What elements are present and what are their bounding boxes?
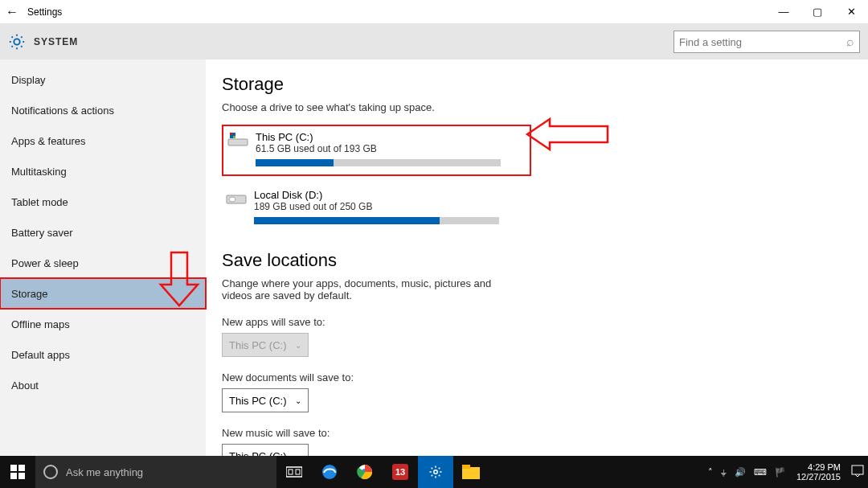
- maximize-button[interactable]: ▢: [800, 0, 834, 24]
- minimize-button[interactable]: —: [767, 0, 800, 24]
- taskbar-app-settings[interactable]: [418, 456, 453, 488]
- save-location-label: New music will save to:: [222, 427, 855, 439]
- drive-name: Local Disk (D:): [254, 189, 372, 201]
- drive-name: This PC (C:): [256, 131, 377, 143]
- svg-rect-2: [230, 133, 232, 135]
- select-value: This PC (C:): [229, 339, 287, 351]
- svg-rect-9: [18, 465, 25, 471]
- save-locations-subheading: Change where your apps, documents, music…: [222, 277, 511, 301]
- svg-rect-3: [233, 136, 235, 138]
- search-icon: ⌕: [846, 35, 854, 49]
- tray-network-icon[interactable]: ⏚: [717, 467, 731, 477]
- svg-text:13: 13: [395, 467, 405, 477]
- svg-rect-0: [228, 139, 248, 146]
- cortana-icon: [43, 465, 58, 479]
- drive-bar: [256, 159, 501, 166]
- save-location-label: New apps will save to:: [222, 316, 855, 328]
- close-button[interactable]: ✕: [834, 0, 868, 24]
- taskbar: Ask me anything 13 ˄ ⏚ 🔊 ⌨ 🏴 4:29 PM 12/…: [0, 456, 868, 488]
- sidebar-item-tablet-mode[interactable]: Tablet mode: [0, 187, 206, 217]
- taskbar-app-edge[interactable]: [312, 456, 347, 488]
- svg-point-5: [229, 197, 235, 202]
- cortana-placeholder: Ask me anything: [66, 466, 143, 478]
- svg-rect-13: [289, 470, 293, 474]
- drive-icon: [225, 189, 248, 207]
- save-location-select[interactable]: This PC (C:)⌄: [222, 444, 309, 456]
- drive-icon: [227, 131, 249, 149]
- storage-subheading: Choose a drive to see what's taking up s…: [222, 101, 855, 113]
- drive-usage: 61.5 GB used out of 193 GB: [256, 143, 377, 154]
- save-locations-heading: Save locations: [222, 250, 855, 271]
- header-bar: SYSTEM ⌕: [0, 24, 868, 59]
- sidebar-item-power-sleep[interactable]: Power & sleep: [0, 248, 206, 278]
- action-center-button[interactable]: [847, 465, 868, 479]
- window-title: Settings: [24, 6, 62, 18]
- sidebar-item-apps-features[interactable]: Apps & features: [0, 125, 206, 156]
- cortana-search[interactable]: Ask me anything: [35, 456, 276, 488]
- settings-search[interactable]: ⌕: [674, 31, 860, 53]
- svg-rect-11: [18, 473, 25, 479]
- sidebar-item-notifications-actions[interactable]: Notifications & actions: [0, 95, 206, 125]
- drive-bar: [254, 217, 499, 224]
- taskbar-time: 4:29 PM: [796, 462, 841, 472]
- drive-row[interactable]: Local Disk (D:)189 GB used out of 250 GB: [222, 184, 531, 232]
- sidebar-item-storage[interactable]: Storage: [0, 278, 206, 309]
- storage-heading: Storage: [222, 74, 855, 95]
- tray-up-icon[interactable]: ˄: [704, 467, 717, 478]
- taskbar-app-explorer[interactable]: [453, 456, 489, 488]
- select-value: This PC (C:): [229, 395, 287, 407]
- sidebar-item-battery-saver[interactable]: Battery saver: [0, 217, 206, 248]
- start-button[interactable]: [0, 456, 35, 488]
- svg-rect-10: [10, 473, 17, 479]
- save-location-select: This PC (C:)⌄: [222, 333, 309, 357]
- tray-keyboard-icon[interactable]: ⌨: [750, 467, 771, 478]
- svg-rect-21: [462, 467, 480, 479]
- search-input[interactable]: [679, 36, 846, 48]
- taskbar-date: 12/27/2015: [796, 472, 841, 482]
- sidebar-item-default-apps[interactable]: Default apps: [0, 339, 206, 370]
- drive-row[interactable]: This PC (C:)61.5 GB used out of 193 GB: [222, 125, 531, 176]
- chevron-down-icon: ⌄: [295, 341, 301, 350]
- svg-rect-14: [296, 470, 300, 474]
- system-tray: ˄ ⏚ 🔊 ⌨ 🏴 4:29 PM 12/27/2015: [704, 462, 868, 482]
- taskbar-app-mcafee[interactable]: 13: [383, 456, 418, 488]
- sidebar-item-display[interactable]: Display: [0, 64, 206, 95]
- back-button[interactable]: ←: [0, 5, 24, 19]
- taskbar-clock[interactable]: 4:29 PM 12/27/2015: [790, 462, 847, 482]
- svg-rect-8: [10, 465, 17, 471]
- sidebar-item-offline-maps[interactable]: Offline maps: [0, 309, 206, 339]
- chevron-down-icon: ⌄: [295, 396, 301, 405]
- drive-usage: 189 GB used out of 250 GB: [254, 201, 372, 212]
- taskview-button[interactable]: [276, 456, 312, 488]
- tray-volume-icon[interactable]: 🔊: [731, 467, 750, 478]
- breadcrumb: SYSTEM: [34, 36, 78, 47]
- svg-rect-22: [462, 465, 470, 469]
- sidebar-item-about[interactable]: About: [0, 370, 206, 400]
- tray-flag-icon[interactable]: 🏴: [771, 467, 790, 478]
- save-location-select[interactable]: This PC (C:)⌄: [222, 388, 309, 412]
- titlebar: ← Settings — ▢ ✕: [0, 0, 868, 24]
- gear-icon: [8, 33, 26, 51]
- svg-point-20: [434, 470, 438, 474]
- svg-rect-23: [852, 465, 863, 474]
- select-value: This PC (C:): [229, 450, 287, 457]
- chevron-down-icon: ⌄: [295, 452, 301, 457]
- taskbar-app-chrome[interactable]: [347, 456, 383, 488]
- main-content: Storage Choose a drive to see what's tak…: [206, 59, 868, 456]
- sidebar: DisplayNotifications & actionsApps & fea…: [0, 59, 206, 456]
- sidebar-item-multitasking[interactable]: Multitasking: [0, 156, 206, 187]
- save-location-label: New documents will save to:: [222, 371, 855, 383]
